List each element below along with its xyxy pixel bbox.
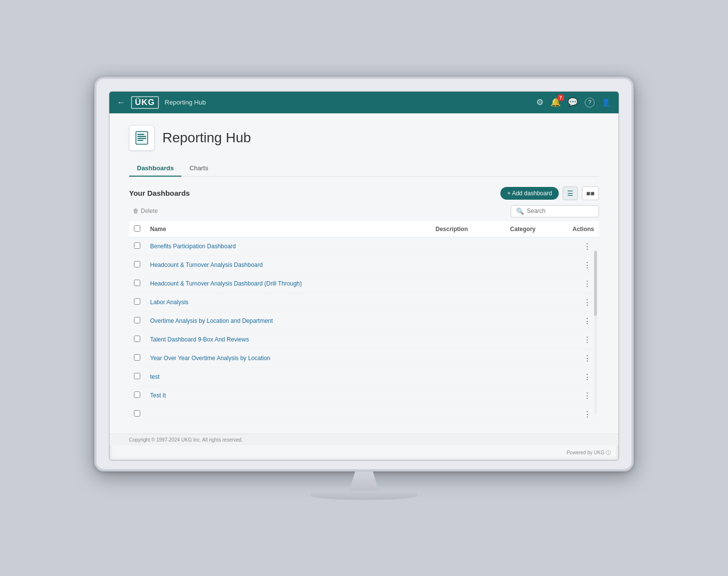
- row-actions-button[interactable]: ⋮: [580, 278, 594, 289]
- svg-rect-4: [137, 140, 143, 141]
- search-icon: 🔍: [516, 208, 524, 215]
- table-row: Talent Dashboard 9-Box And Reviews ⋮: [129, 330, 599, 349]
- row-description-cell: [431, 349, 505, 367]
- select-all-header: [129, 221, 145, 237]
- row-checkbox[interactable]: [134, 392, 140, 398]
- dashboard-link[interactable]: Headcount & Turnover Analysis Dashboard: [150, 262, 262, 268]
- top-navigation: ← ÜKG Reporting Hub ⚙ 🔔 7 💬 ? 👤: [109, 92, 619, 113]
- nav-left: ← ÜKG Reporting Hub: [117, 96, 206, 109]
- table-wrapper: Name Description Category Actions Benefi…: [129, 221, 599, 424]
- dashboards-table: Name Description Category Actions Benefi…: [129, 221, 599, 424]
- row-actions-button[interactable]: ⋮: [580, 241, 594, 252]
- table-row: test ⋮: [129, 367, 599, 386]
- list-view-button[interactable]: ☰: [563, 186, 578, 200]
- row-checkbox-cell: [129, 237, 145, 256]
- table-row: Headcount & Turnover Analysis Dashboard …: [129, 274, 599, 293]
- table-row: Overtime Analysis by Location and Depart…: [129, 312, 599, 330]
- row-actions-button[interactable]: ⋮: [580, 390, 594, 401]
- tab-dashboards[interactable]: Dashboards: [129, 160, 182, 177]
- row-name-cell: Talent Dashboard 9-Box And Reviews: [145, 330, 431, 349]
- row-checkbox-cell: [129, 274, 145, 293]
- section-header: Your Dashboards + Add dashboard ☰ ■■: [129, 186, 599, 200]
- row-checkbox-cell: [129, 256, 145, 274]
- page-header: Reporting Hub: [129, 125, 599, 151]
- row-description-cell: [431, 312, 505, 330]
- row-checkbox[interactable]: [134, 298, 140, 305]
- dashboard-link[interactable]: Talent Dashboard 9-Box And Reviews: [150, 336, 249, 343]
- row-description-cell: [431, 256, 505, 274]
- page-icon: [129, 125, 155, 151]
- settings-icon[interactable]: ⚙: [536, 97, 544, 107]
- add-dashboard-button[interactable]: + Add dashboard: [500, 187, 559, 200]
- tab-charts[interactable]: Charts: [182, 160, 216, 177]
- dashboard-link[interactable]: test: [150, 373, 159, 380]
- grid-view-button[interactable]: ■■: [582, 186, 599, 200]
- row-name-cell: Year Over Year Overtime Analysis by Loca…: [145, 349, 431, 367]
- row-actions-button[interactable]: ⋮: [580, 334, 594, 345]
- row-checkbox[interactable]: [134, 410, 140, 417]
- row-actions-button[interactable]: ⋮: [580, 409, 594, 420]
- row-checkbox[interactable]: [134, 354, 140, 361]
- row-category-cell: [505, 312, 568, 330]
- table-row: Labor Analysis ⋮: [129, 293, 599, 312]
- notifications-icon[interactable]: 🔔 7: [550, 97, 561, 107]
- stand-base: [310, 491, 418, 500]
- dashboard-link[interactable]: Test It: [150, 392, 166, 399]
- row-description-cell: [431, 386, 505, 405]
- table-row: Test It ⋮: [129, 386, 599, 405]
- copyright-text: Copyright © 1997-2024 UKG Inc. All right…: [129, 437, 243, 443]
- row-actions-button[interactable]: ⋮: [580, 315, 594, 327]
- row-actions-button[interactable]: ⋮: [580, 353, 594, 364]
- name-column-header: Name: [145, 221, 431, 237]
- row-checkbox[interactable]: [134, 280, 140, 286]
- row-checkbox[interactable]: [134, 373, 140, 379]
- row-checkbox[interactable]: [134, 261, 140, 267]
- search-input[interactable]: [527, 208, 594, 214]
- row-actions-button[interactable]: ⋮: [580, 371, 594, 383]
- table-header-row: Name Description Category Actions: [129, 221, 599, 237]
- row-category-cell: [505, 330, 568, 349]
- scroll-thumb: [594, 251, 597, 316]
- dashboard-link[interactable]: Year Over Year Overtime Analysis by Loca…: [150, 355, 270, 362]
- svg-rect-1: [137, 134, 144, 135]
- messages-icon[interactable]: 💬: [568, 97, 578, 107]
- row-name-cell: Headcount & Turnover Analysis Dashboard: [145, 256, 431, 274]
- category-column-header: Category: [505, 221, 568, 237]
- dashboard-link[interactable]: Headcount & Turnover Analysis Dashboard …: [150, 280, 302, 287]
- row-checkbox[interactable]: [134, 242, 140, 249]
- row-checkbox[interactable]: [134, 336, 140, 342]
- row-actions-button[interactable]: ⋮: [580, 297, 594, 308]
- table-row: ⋮: [129, 405, 599, 423]
- page-title: Reporting Hub: [162, 130, 251, 146]
- scrollbar[interactable]: [594, 251, 597, 414]
- row-name-cell: Overtime Analysis by Location and Depart…: [145, 312, 431, 330]
- row-category-cell: [505, 293, 568, 312]
- row-description-cell: [431, 237, 505, 256]
- row-name-cell: Headcount & Turnover Analysis Dashboard …: [145, 274, 431, 293]
- section-actions: + Add dashboard ☰ ■■: [500, 186, 599, 200]
- dashboard-link[interactable]: Benefits Participation Dashboard: [150, 243, 236, 250]
- table-row: Headcount & Turnover Analysis Dashboard …: [129, 256, 599, 274]
- row-category-cell: [505, 405, 568, 423]
- row-checkbox-cell: [129, 330, 145, 349]
- table-row: Year Over Year Overtime Analysis by Loca…: [129, 349, 599, 367]
- select-all-checkbox[interactable]: [134, 225, 140, 232]
- delete-button[interactable]: 🗑 Delete: [129, 206, 162, 216]
- row-description-cell: [431, 405, 505, 423]
- svg-rect-2: [137, 136, 146, 137]
- row-checkbox[interactable]: [134, 317, 140, 323]
- row-checkbox-cell: [129, 405, 145, 423]
- row-category-cell: [505, 274, 568, 293]
- back-button[interactable]: ←: [117, 98, 125, 107]
- user-icon[interactable]: 👤: [601, 98, 611, 107]
- row-category-cell: [505, 349, 568, 367]
- row-category-cell: [505, 256, 568, 274]
- dashboard-link[interactable]: Overtime Analysis by Location and Depart…: [150, 317, 273, 324]
- row-name-cell: Test It: [145, 386, 431, 405]
- row-name-cell: [145, 405, 431, 423]
- nav-page-title: Reporting Hub: [165, 99, 206, 106]
- row-description-cell: [431, 330, 505, 349]
- dashboard-link[interactable]: Labor Analysis: [150, 299, 188, 306]
- row-actions-button[interactable]: ⋮: [580, 260, 594, 271]
- help-icon[interactable]: ?: [585, 98, 595, 107]
